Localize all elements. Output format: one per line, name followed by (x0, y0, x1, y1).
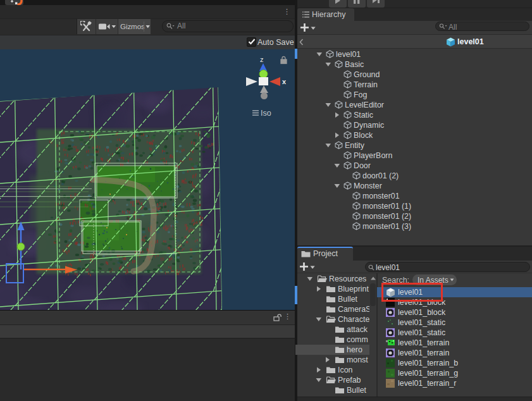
svg-text:z: z (260, 56, 264, 63)
svg-text:x: x (282, 78, 287, 85)
svg-text:Iso: Iso (261, 109, 271, 118)
